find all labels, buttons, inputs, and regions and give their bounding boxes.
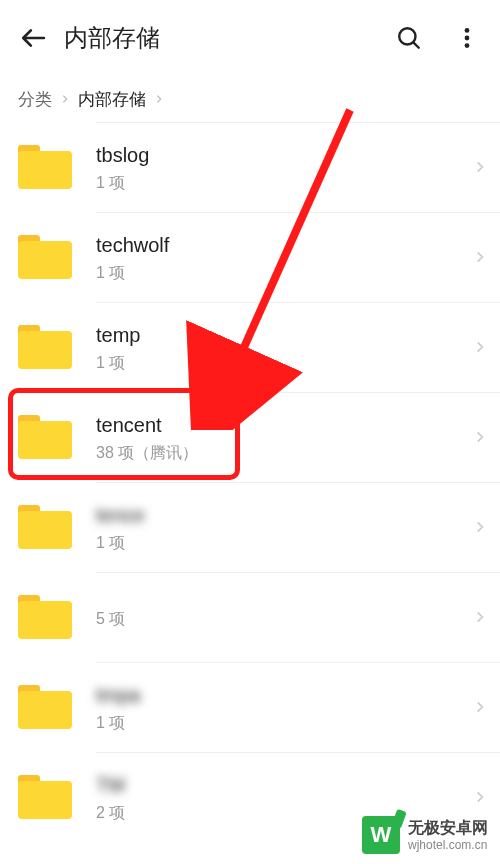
- svg-line-2: [413, 42, 418, 47]
- folder-subtitle: 5 项: [96, 609, 460, 630]
- folder-icon: [18, 235, 72, 279]
- breadcrumb-current: 内部存储: [78, 88, 146, 111]
- folder-row[interactable]: TM 2 项: [18, 752, 500, 842]
- chevron-right-icon: [154, 89, 164, 109]
- folder-subtitle: 1 项: [96, 353, 460, 374]
- svg-point-3: [465, 28, 470, 33]
- folder-icon: [18, 415, 72, 459]
- divider: [96, 662, 500, 663]
- page-title: 内部存储: [64, 22, 394, 54]
- divider: [96, 302, 500, 303]
- folder-subtitle: 1 项: [96, 173, 460, 194]
- breadcrumb: 分类 内部存储: [0, 76, 500, 122]
- svg-point-5: [465, 43, 470, 48]
- divider: [96, 572, 500, 573]
- folder-name: tbslog: [96, 141, 460, 169]
- folder-icon: [18, 325, 72, 369]
- folder-row[interactable]: tbslog 1 项: [18, 122, 500, 212]
- folder-name: tencent: [96, 411, 460, 439]
- folder-name: TM: [96, 771, 460, 799]
- more-button[interactable]: [452, 23, 482, 53]
- folder-subtitle: 2 项: [96, 803, 460, 824]
- folder-row[interactable]: 5 项: [18, 572, 500, 662]
- chevron-right-icon: [460, 520, 500, 534]
- folder-subtitle: 38 项（腾讯）: [96, 443, 460, 464]
- divider: [96, 752, 500, 753]
- chevron-right-icon: [460, 610, 500, 624]
- chevron-right-icon: [460, 340, 500, 354]
- folder-icon: [18, 595, 72, 639]
- svg-point-4: [465, 36, 470, 41]
- folder-name: tence: [96, 501, 460, 529]
- folder-row[interactable]: techwolf 1 项: [18, 212, 500, 302]
- folder-name: techwolf: [96, 231, 460, 259]
- folder-icon: [18, 145, 72, 189]
- chevron-right-icon: [460, 430, 500, 444]
- chevron-right-icon: [460, 160, 500, 174]
- breadcrumb-root[interactable]: 分类: [18, 88, 52, 111]
- chevron-right-icon: [60, 89, 70, 109]
- divider: [96, 122, 500, 123]
- folder-icon: [18, 775, 72, 819]
- chevron-right-icon: [460, 790, 500, 804]
- folder-icon: [18, 685, 72, 729]
- folder-row[interactable]: tence 1 项: [18, 482, 500, 572]
- folder-name: tmpa: [96, 681, 460, 709]
- folder-name: temp: [96, 321, 460, 349]
- back-button[interactable]: [18, 23, 48, 53]
- folder-subtitle: 1 项: [96, 533, 460, 554]
- folder-row[interactable]: tmpa 1 项: [18, 662, 500, 752]
- folder-row[interactable]: tencent 38 项（腾讯）: [18, 392, 500, 482]
- folder-row[interactable]: temp 1 项: [18, 302, 500, 392]
- search-button[interactable]: [394, 23, 424, 53]
- folder-subtitle: 1 项: [96, 713, 460, 734]
- folder-subtitle: 1 项: [96, 263, 460, 284]
- chevron-right-icon: [460, 250, 500, 264]
- divider: [96, 482, 500, 483]
- folder-icon: [18, 505, 72, 549]
- divider: [96, 392, 500, 393]
- divider: [96, 212, 500, 213]
- chevron-right-icon: [460, 700, 500, 714]
